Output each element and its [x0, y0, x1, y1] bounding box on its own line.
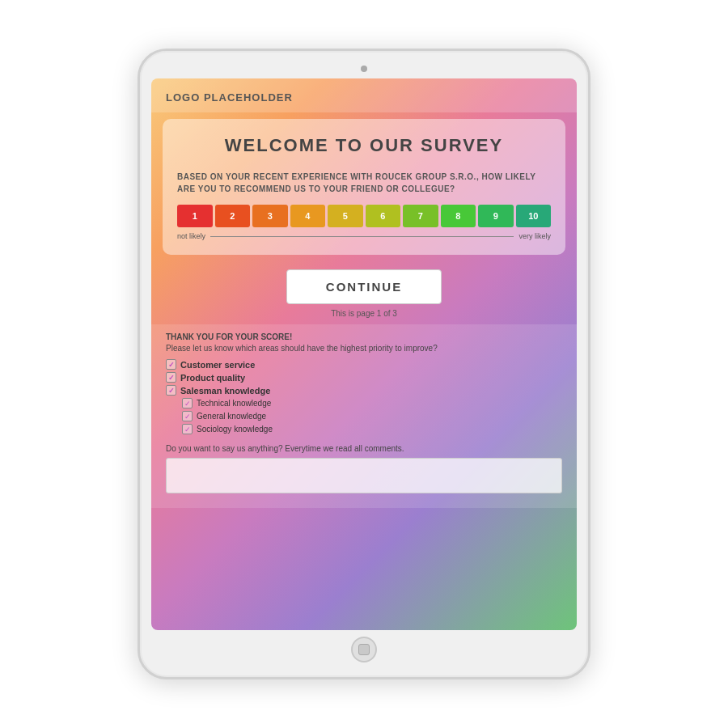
continue-button[interactable]: CONTINUE	[286, 269, 442, 304]
survey-card: WELCOME TO OUR SURVEY BASED ON YOUR RECE…	[163, 119, 565, 255]
rating-btn-7[interactable]: 7	[403, 205, 438, 227]
rating-btn-10[interactable]: 10	[516, 205, 552, 227]
checkbox-icon	[182, 398, 193, 408]
tablet-device: LOGO PLACEHOLDER WELCOME TO OUR SURVEY B…	[138, 49, 590, 679]
thank-you-title: THANK YOU FOR YOUR SCORE!	[166, 332, 562, 341]
rating-line	[210, 236, 514, 237]
checklist-label: Product quality	[180, 373, 245, 383]
checklist-item[interactable]: General knowledge	[166, 411, 562, 421]
rating-btn-8[interactable]: 8	[441, 205, 476, 227]
checklist-item[interactable]: Product quality	[166, 372, 562, 383]
rating-btn-4[interactable]: 4	[290, 205, 326, 227]
checklist-item[interactable]: Salesman knowledge	[166, 385, 562, 396]
logo-text: LOGO PLACEHOLDER	[166, 91, 293, 104]
continue-section: CONTINUE This is page 1 of 3	[151, 255, 577, 324]
label-very-likely: very likely	[518, 232, 551, 240]
page-indicator: This is page 1 of 3	[331, 309, 397, 318]
comment-question: Do you want to say us anything? Everytim…	[166, 444, 562, 453]
survey-title: WELCOME TO OUR SURVEY	[177, 135, 551, 156]
rating-labels: not likely very likely	[177, 232, 551, 240]
lower-section: THANK YOU FOR YOUR SCORE! Please let us …	[151, 324, 577, 508]
checklist-item[interactable]: Technical knowledge	[166, 398, 562, 408]
tablet-screen: LOGO PLACEHOLDER WELCOME TO OUR SURVEY B…	[151, 78, 577, 630]
survey-question: BASED ON YOUR RECENT EXPERIENCE WITH ROU…	[177, 171, 551, 195]
priority-question: Please let us know which areas should ha…	[166, 344, 562, 353]
checkbox-icon	[166, 372, 176, 383]
checklist: Customer serviceProduct qualitySalesman …	[166, 359, 562, 434]
checklist-item[interactable]: Customer service	[166, 359, 562, 370]
home-button[interactable]	[351, 637, 377, 662]
camera	[361, 66, 367, 72]
checklist-label: General knowledge	[197, 412, 266, 421]
logo-bar: LOGO PLACEHOLDER	[151, 78, 577, 112]
checklist-label: Customer service	[180, 360, 255, 370]
label-not-likely: not likely	[177, 232, 205, 240]
rating-btn-1[interactable]: 1	[177, 205, 213, 227]
rating-scale: 12345678910	[177, 205, 551, 227]
checklist-label: Technical knowledge	[197, 399, 271, 408]
comment-textarea[interactable]	[166, 458, 562, 493]
rating-btn-3[interactable]: 3	[252, 205, 288, 227]
rating-btn-2[interactable]: 2	[215, 205, 251, 227]
rating-btn-9[interactable]: 9	[478, 205, 514, 227]
checklist-item[interactable]: Sociology knowledge	[166, 424, 562, 434]
checklist-label: Sociology knowledge	[197, 425, 273, 434]
checklist-label: Salesman knowledge	[180, 386, 270, 396]
rating-btn-5[interactable]: 5	[328, 205, 363, 227]
checkbox-icon	[182, 411, 193, 421]
checkbox-icon	[166, 359, 176, 370]
checkbox-icon	[182, 424, 193, 434]
rating-btn-6[interactable]: 6	[366, 205, 401, 227]
screen-content: LOGO PLACEHOLDER WELCOME TO OUR SURVEY B…	[151, 78, 577, 630]
checkbox-icon	[166, 385, 176, 396]
